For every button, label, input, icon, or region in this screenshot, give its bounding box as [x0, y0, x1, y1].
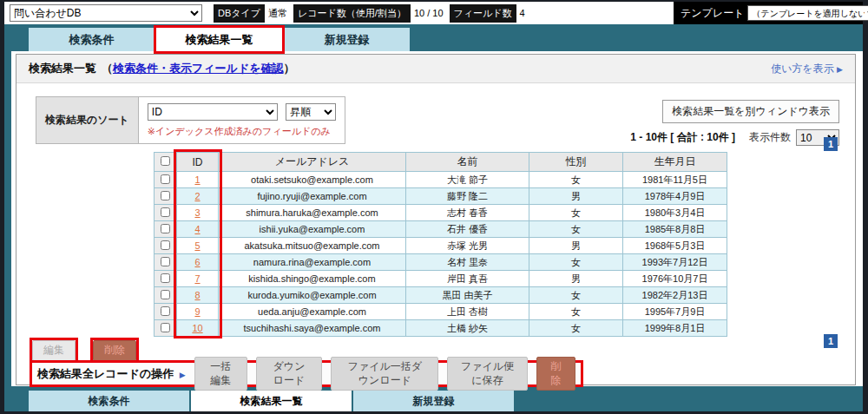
row-name: 土橋 紗矢: [406, 320, 529, 337]
results-table: IDメールアドレス名前性別生年月日 1otaki.setsuko@example…: [154, 152, 727, 337]
bulk-button[interactable]: ファイル一括ダウンロード: [331, 357, 438, 391]
row-gender: 女: [529, 287, 623, 304]
open-window-button[interactable]: 検索結果一覧を別ウィンドウ表示: [662, 100, 839, 123]
page-number-badge-top[interactable]: 1: [824, 137, 838, 151]
column-header-gender: 性別: [529, 153, 623, 172]
record-id-link[interactable]: 1: [194, 174, 200, 185]
row-checkbox[interactable]: [161, 273, 170, 283]
record-id-link[interactable]: 4: [194, 224, 200, 234]
record-id-link[interactable]: 7: [194, 273, 200, 284]
row-name: 藤野 隆二: [406, 188, 529, 205]
help-link[interactable]: 使い方を表示 ▶: [771, 62, 843, 76]
top-toolbar: 問い合わせDB DBタイプ通常レコード数（使用/割当）10 / 10フィールド数…: [4, 2, 863, 24]
confirm-conditions-link[interactable]: 検索条件・表示フィールドを確認: [113, 61, 284, 76]
tab-new-record[interactable]: 新規登録: [353, 391, 514, 411]
page-number-badge-bottom[interactable]: 1: [824, 334, 838, 348]
row-email: fujino.ryuji@example.com: [219, 188, 406, 205]
row-checkbox[interactable]: [161, 306, 170, 316]
left-teal-strip: [4, 51, 11, 386]
row-checkbox[interactable]: [161, 240, 170, 250]
record-id-link[interactable]: 8: [194, 290, 200, 300]
row-name: 岸田 真吾: [406, 271, 529, 287]
row-name: 黒田 由美子: [406, 287, 529, 304]
row-id-cell: 10: [177, 320, 219, 337]
db-select[interactable]: 問い合わせDB: [10, 4, 202, 22]
sort-field-select[interactable]: ID: [148, 103, 278, 121]
tab-new-record[interactable]: 新規登録: [284, 28, 410, 51]
row-email: kuroda.yumiko@example.com: [219, 287, 406, 304]
bulk-button[interactable]: ファイル便に保存: [447, 357, 527, 391]
row-checkbox-cell: [155, 320, 177, 337]
row-checkbox[interactable]: [161, 174, 170, 184]
sort-note: ※インデックス作成済みのフィールドのみ: [148, 125, 336, 138]
record-id-link[interactable]: 9: [194, 306, 200, 317]
row-checkbox[interactable]: [161, 207, 170, 217]
bulk-button[interactable]: 削除: [536, 357, 575, 391]
row-name: 上田 杏樹: [406, 304, 529, 320]
badge-label: フィールド数: [450, 4, 516, 23]
column-header-name: 名前: [406, 153, 529, 172]
row-email: shimura.haruka@example.com: [219, 205, 406, 221]
bulk-actions-label-text: 検索結果全レコードの操作: [37, 367, 174, 380]
row-id-cell: 8: [177, 287, 219, 304]
table-row: 7kishida.shingo@example.com岸田 真吾男1976年10…: [155, 271, 727, 287]
row-id-cell: 9: [177, 304, 219, 320]
row-checkbox-cell: [155, 188, 177, 205]
bulk-button[interactable]: ダウンロード: [256, 357, 323, 391]
row-checkbox-cell: [155, 238, 177, 254]
column-header-id: ID: [177, 153, 219, 172]
record-id-link[interactable]: 5: [194, 240, 200, 251]
sort-order-select[interactable]: 昇順: [286, 103, 336, 121]
row-birthday: 1995年7月9日: [623, 304, 727, 320]
bulk-buttons: 一括編集ダウンロードファイル一括ダウンロードファイル便に保存削除: [194, 357, 575, 391]
row-gender: 女: [529, 172, 623, 188]
row-name: 名村 里奈: [406, 254, 529, 271]
record-id-link[interactable]: 6: [194, 257, 200, 267]
row-checkbox-cell: [155, 205, 177, 221]
row-checkbox[interactable]: [161, 323, 170, 332]
record-id-link[interactable]: 10: [192, 323, 202, 333]
template-select[interactable]: （テンプレートを適用しない）: [747, 5, 868, 21]
record-id-link[interactable]: 3: [194, 207, 200, 218]
search-results-panel: 検索結果一覧 （ 検索条件・表示フィールドを確認 ） 使い方を表示 ▶ 検索結果…: [16, 54, 856, 385]
sort-label: 検索結果のソート: [36, 97, 139, 143]
row-birthday: 1985年8月8日: [623, 221, 727, 238]
sort-box: 検索結果のソート ID 昇順 ※インデックス作成済みのフィールドのみ: [36, 96, 345, 144]
app-window: 問い合わせDB DBタイプ通常レコード数（使用/割当）10 / 10フィールド数…: [0, 0, 868, 414]
table-row: 4ishii.yuka@example.com石井 優香女1985年8月8日: [155, 221, 727, 238]
row-id-cell: 6: [177, 254, 219, 271]
tab-search-conditions[interactable]: 検索条件: [29, 391, 189, 411]
edit-button[interactable]: 編集: [32, 340, 76, 361]
row-birthday: 1968年5月3日: [623, 238, 727, 254]
panel-header: 検索結果一覧 （ 検索条件・表示フィールドを確認 ） 使い方を表示 ▶: [16, 55, 855, 83]
row-checkbox[interactable]: [161, 257, 170, 266]
tab-search-conditions[interactable]: 検索条件: [29, 28, 155, 51]
bulk-button[interactable]: 一括編集: [194, 357, 247, 391]
row-checkbox[interactable]: [161, 290, 170, 299]
list-controls: 検索結果一覧を別ウィンドウ表示 1 - 10件 [ 合計 : 10件 ] 表示件…: [630, 100, 839, 146]
select-all-cell: [155, 153, 177, 172]
triangle-right-icon: ▶: [837, 65, 843, 74]
table-row: 8kuroda.yumiko@example.com黒田 由美子女1982年2月…: [155, 287, 727, 304]
row-birthday: 1999年8月1日: [623, 320, 727, 337]
row-id-cell: 1: [177, 172, 219, 188]
sort-fields: ID 昇順 ※インデックス作成済みのフィールドのみ: [139, 97, 345, 143]
row-checkbox[interactable]: [161, 191, 170, 200]
delete-button[interactable]: 削除: [93, 340, 136, 361]
panel-title: 検索結果一覧: [29, 61, 96, 76]
select-all-checkbox[interactable]: [161, 156, 170, 166]
row-gender: 女: [529, 254, 623, 271]
range-line: 1 - 10件 [ 合計 : 10件 ] 表示件数 10: [630, 129, 839, 146]
row-gender: 男: [529, 271, 623, 287]
table-row: 9ueda.anju@example.com上田 杏樹女1995年7月9日: [155, 304, 727, 320]
tab-search-results[interactable]: 検索結果一覧: [156, 28, 282, 51]
row-name: 石井 優香: [406, 221, 529, 238]
row-checkbox-cell: [155, 287, 177, 304]
tab-search-results[interactable]: 検索結果一覧: [191, 391, 352, 411]
row-checkbox[interactable]: [161, 224, 170, 233]
row-id-cell: 5: [177, 238, 219, 254]
row-email: tsuchihashi.saya@example.com: [219, 320, 406, 337]
paren-open: （: [102, 61, 113, 76]
row-id-cell: 4: [177, 221, 219, 238]
record-id-link[interactable]: 2: [194, 191, 200, 201]
